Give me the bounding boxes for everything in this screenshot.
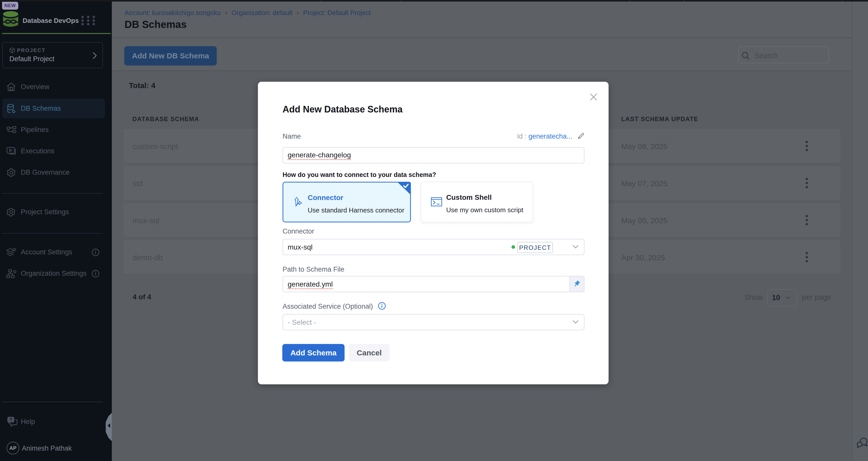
- svg-text:?: ?: [9, 417, 12, 422]
